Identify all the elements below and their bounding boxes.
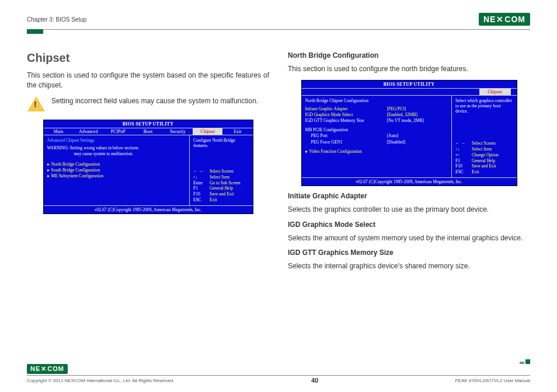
igd-mode-body: Selects the amount of system memory used… xyxy=(288,233,530,243)
bios-tab-security: Security xyxy=(163,128,193,135)
footer-copyright: Copyright © 2011 NEXCOM International Co… xyxy=(27,378,175,383)
bios-section-title-r: North Bridge Chipset Configuration xyxy=(305,98,448,104)
bios-tab-boot: Boot xyxy=(133,128,163,135)
bios-screenshot-chipset: BIOS SETUP UTILITY Main Advanced PCIPnP … xyxy=(43,120,253,214)
bios-row-iga: Initiate Graphic Adapter[PEG/PCI] xyxy=(305,106,448,112)
bios-submenu-north: ▸North Bridge Configuration xyxy=(47,162,186,167)
igd-gtt-heading: IGD GTT Graphics Memory Size xyxy=(288,249,530,257)
bios-tab-advanced: Advanced xyxy=(74,128,103,135)
accent-bar xyxy=(27,29,43,34)
bios-submenu-south-label: South Bridge Configuration xyxy=(51,167,100,173)
bios-section-title: Advanced Chipset Settings xyxy=(47,138,186,144)
north-bridge-intro: This section is used to configure the no… xyxy=(288,64,530,74)
bios-footer: v02.67 (C)Copyright 1985-2009, American … xyxy=(44,205,253,214)
bios-submenu-video: ▸Video Function Configuration xyxy=(305,149,448,155)
bios-tab-chipset-r: Chipset xyxy=(479,89,511,95)
north-bridge-heading: North Bridge Configuration xyxy=(288,51,530,60)
footer-logo: NE✕COM xyxy=(27,364,68,374)
bios-tab-chipset: Chipset xyxy=(193,128,222,135)
bios-warning-l1: WARNING: Setting wrong values in below s… xyxy=(47,145,186,151)
chipset-intro: This section is used to configure the sy… xyxy=(27,71,269,90)
bios-pcie-head: MB PCIE Configuration xyxy=(305,127,448,133)
warning-text: Setting incorrect field values may cause… xyxy=(51,96,258,113)
bios-help-text: Configure North Bridge features. xyxy=(193,138,249,148)
bios-tab-main: Main xyxy=(44,128,74,135)
footer-manual: PEAK 876VL2/877VL2 User Manual xyxy=(455,378,530,383)
iga-heading: Initiate Graphic Adapter xyxy=(288,192,530,200)
bios-submenu-me-label: ME Subsystem Configuration xyxy=(51,173,104,178)
bios-row-peg-port: PEG Port[Auto] xyxy=(305,133,448,139)
bios-tab-pcipnp: PCIPnP xyxy=(103,128,133,135)
bios-nav-hints: ← →Select Screen ↑↓Select Item EnterGo t… xyxy=(193,169,249,203)
page-number: 40 xyxy=(311,377,318,384)
bios-submenu-south: ▸South Bridge Configuration xyxy=(47,167,186,173)
footer-rule xyxy=(27,375,530,376)
bios-submenu-video-label: Video Function Configuration xyxy=(309,149,362,154)
footer-decoration-icon xyxy=(520,359,530,364)
bios-help-text-r: Select which graphics controller to use … xyxy=(455,98,513,114)
bios-screenshot-northbridge: BIOS SETUP UTILITY Chipset North Bridge … xyxy=(301,80,517,186)
igd-gtt-body: Selects the internal graphics device's s… xyxy=(288,261,530,271)
igd-mode-heading: IGD Graphics Mode Select xyxy=(288,220,530,229)
bios-title: BIOS SETUP UTILITY xyxy=(44,120,253,128)
bios-submenu-north-label: North Bridge Configuration xyxy=(51,162,100,167)
chapter-label: Chapter 3: BIOS Setup xyxy=(27,16,86,23)
header-rule xyxy=(27,29,530,30)
warning-icon: ! xyxy=(27,96,46,113)
iga-body: Selects the graphics controller to use a… xyxy=(288,205,530,215)
bios-tabs: Main Advanced PCIPnP Boot Security Chips… xyxy=(44,128,253,135)
bios-tab-exit: Exit xyxy=(222,128,252,135)
brand-logo: NE✕COM xyxy=(479,13,530,26)
bios-row-igd-mode: IGD Graphics Mode Select[Enabled, 32MB] xyxy=(305,112,448,118)
bios-warning-l2: may cause system to malfunction. xyxy=(47,151,186,157)
bios-submenu-me: ▸ME Subsystem Configuration xyxy=(47,173,186,179)
bios-row-igd-gtt: IGD GTT Graphics Memory Size[No VT mode,… xyxy=(305,118,448,124)
bios-title-r: BIOS SETUP UTILITY xyxy=(302,80,517,88)
bios-row-peg-gen1: PEG Force GEN1[Disabled] xyxy=(305,139,448,145)
section-heading-chipset: Chipset xyxy=(27,51,269,65)
page-footer: NE✕COM Copyright © 2011 NEXCOM Internati… xyxy=(27,363,530,384)
bios-footer-r: v02.67 (C)Copyright 1985-2009, American … xyxy=(302,177,517,186)
bios-nav-hints-r: ← →Select Screen ↑↓Select Item +-Change … xyxy=(455,141,513,175)
